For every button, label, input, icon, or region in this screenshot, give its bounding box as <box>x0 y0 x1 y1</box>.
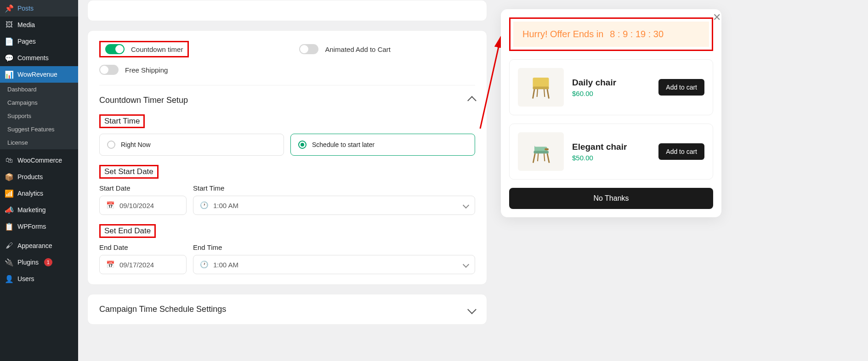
clock-icon: 🕐 <box>200 260 209 269</box>
countdown-setup-header[interactable]: Countdown Timer Setup <box>99 96 475 105</box>
sidebar-item-users[interactable]: 👤Users <box>0 271 78 287</box>
end-time-label: End Time <box>193 243 475 251</box>
sidebar-item-wpforms[interactable]: 📋WPForms <box>0 218 78 235</box>
campaign-schedule-card[interactable]: Campaign Time Schedule Settings <box>87 294 487 325</box>
svg-rect-1 <box>533 78 549 87</box>
sidebar-item-comments[interactable]: 💬Comments <box>0 50 78 66</box>
chair-icon <box>525 135 557 168</box>
hurry-text: Hurry! Offer Ends in <box>522 29 603 39</box>
radio-right-now[interactable]: Right Now <box>99 134 284 156</box>
product-card: Elegant chair $50.00 Add to cart <box>509 124 713 180</box>
start-time-select[interactable]: 🕐 1:00 AM <box>193 196 475 215</box>
sidebar-item-label: Posts <box>17 5 34 12</box>
comment-icon: 💬 <box>5 53 14 62</box>
sidebar-item-label: Plugins <box>17 259 39 266</box>
sidebar-item-woocommerce[interactable]: 🛍WooCommerce <box>0 152 78 169</box>
brush-icon: 🖌 <box>5 241 14 250</box>
svg-line-5 <box>537 89 538 97</box>
sidebar-item-label: Users <box>17 275 34 282</box>
sidebar-item-appearance[interactable]: 🖌Appearance <box>0 237 78 254</box>
highlight-set-start-date: Set Start Date <box>99 165 159 179</box>
end-date-input[interactable]: 📅 09/17/2024 <box>99 255 187 274</box>
start-date-label: Start Date <box>99 184 187 192</box>
product-title: Elegant chair <box>572 142 650 152</box>
product-price: $60.00 <box>572 90 650 97</box>
chart-icon: 📊 <box>5 70 14 79</box>
animated-cart-label: Animated Add to Cart <box>325 45 391 53</box>
bars-icon: 📶 <box>5 189 14 198</box>
svg-line-8 <box>533 153 535 163</box>
sidebar-submenu: Dashboard Campaigns Supports Suggest Fea… <box>0 83 78 149</box>
svg-line-0 <box>480 37 501 129</box>
countdown-toggle[interactable] <box>105 44 125 54</box>
no-thanks-button[interactable]: No Thanks <box>509 188 713 209</box>
submenu-supports[interactable]: Supports <box>0 109 78 123</box>
svg-rect-12 <box>545 148 548 150</box>
svg-line-4 <box>547 89 549 98</box>
svg-rect-7 <box>534 151 549 154</box>
section-title: Countdown Timer Setup <box>99 96 188 105</box>
form-icon: 📋 <box>5 222 14 231</box>
product-price: $50.00 <box>572 154 650 162</box>
calendar-icon: 📅 <box>106 201 115 209</box>
submenu-license[interactable]: License <box>0 136 78 149</box>
submenu-campaigns[interactable]: Campaigns <box>0 96 78 109</box>
sidebar-item-label: Analytics <box>17 190 43 197</box>
radio-icon <box>107 141 115 149</box>
svg-line-9 <box>547 153 549 163</box>
end-date-value: 09/17/2024 <box>119 261 154 269</box>
sidebar-item-products[interactable]: 📦Products <box>0 169 78 185</box>
sidebar-item-label: Pages <box>17 38 36 45</box>
sidebar-item-media[interactable]: 🖾Media <box>0 17 78 33</box>
schedule-settings-title: Campaign Time Schedule Settings <box>99 305 226 314</box>
sidebar-item-label: Media <box>17 21 35 28</box>
start-date-value: 09/10/2024 <box>119 202 154 209</box>
pin-icon: 📌 <box>5 4 14 13</box>
chevron-up-icon[interactable] <box>467 96 477 105</box>
end-time-value: 1:00 AM <box>213 261 238 269</box>
sidebar-item-pages[interactable]: 📄Pages <box>0 33 78 50</box>
add-to-cart-button[interactable]: Add to cart <box>658 143 704 160</box>
radio-label: Schedule to start later <box>312 141 374 148</box>
add-to-cart-button[interactable]: Add to cart <box>658 79 704 96</box>
animated-cart-toggle[interactable] <box>299 44 318 54</box>
plugins-badge: 1 <box>44 258 52 266</box>
highlight-countdown-toggle: Countdown timer <box>99 41 189 57</box>
start-time-value: 1:00 AM <box>213 202 238 209</box>
product-title: Daily chair <box>572 78 650 88</box>
svg-line-11 <box>544 153 545 161</box>
close-icon[interactable]: ✕ <box>711 12 722 23</box>
cart-icon: 🛍 <box>5 156 14 165</box>
end-date-label: End Date <box>99 243 187 251</box>
sidebar-item-plugins[interactable]: 🔌Plugins1 <box>0 254 78 271</box>
calendar-icon: 📅 <box>106 260 115 269</box>
free-shipping-toggle[interactable] <box>99 65 119 75</box>
sidebar-item-wowrevenue[interactable]: 📊WowRevenue <box>0 66 78 83</box>
start-date-input[interactable]: 📅 09/10/2024 <box>99 196 187 215</box>
megaphone-icon: 📣 <box>5 205 14 214</box>
media-icon: 🖾 <box>5 20 14 29</box>
product-image <box>518 132 564 171</box>
submenu-suggest[interactable]: Suggest Features <box>0 123 78 136</box>
sidebar-item-label: WooCommerce <box>17 157 62 164</box>
sidebar-item-label: Comments <box>17 54 49 62</box>
submenu-dashboard[interactable]: Dashboard <box>0 83 78 96</box>
sidebar-item-analytics[interactable]: 📶Analytics <box>0 185 78 202</box>
radio-schedule-later[interactable]: Schedule to start later <box>290 134 475 156</box>
sidebar-item-posts[interactable]: 📌Posts <box>0 0 78 17</box>
sidebar-item-marketing[interactable]: 📣Marketing <box>0 202 78 218</box>
chair-icon <box>525 71 557 103</box>
svg-rect-2 <box>533 87 549 90</box>
countdown-timer-value: 8 : 9 : 19 : 30 <box>610 29 664 39</box>
svg-line-3 <box>533 89 535 98</box>
preview-panel: ✕ Hurry! Offer Ends in 8 : 9 : 19 : 30 <box>501 9 721 217</box>
highlight-start-time: Start Time <box>99 114 145 128</box>
box-icon: 📦 <box>5 172 14 181</box>
chevron-down-icon <box>463 261 469 268</box>
free-shipping-label: Free Shipping <box>125 66 168 74</box>
chevron-down-icon[interactable] <box>467 305 477 314</box>
end-time-select[interactable]: 🕐 1:00 AM <box>193 255 475 274</box>
radio-icon <box>298 141 306 149</box>
sidebar-item-label: Appearance <box>17 242 52 249</box>
sidebar-item-label: WowRevenue <box>17 71 57 78</box>
